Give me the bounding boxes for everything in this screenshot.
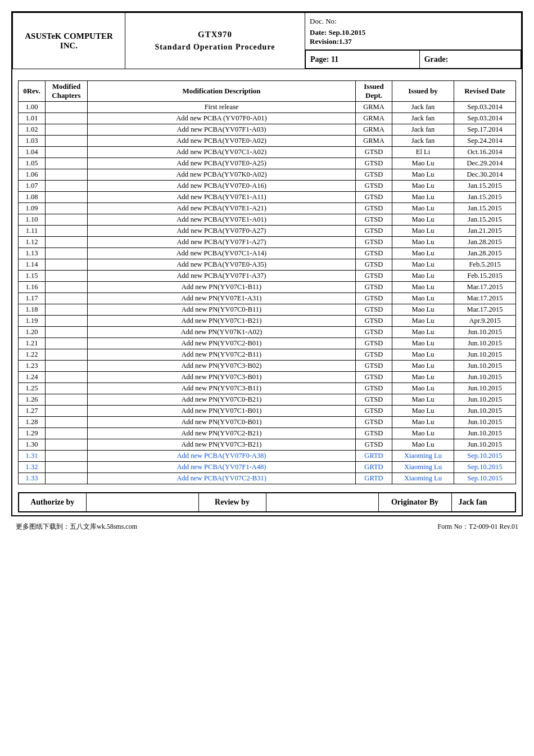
- cell-desc: Add new PN(YV07E1-A31): [88, 293, 356, 304]
- cell-desc: Add new PCBA(YV07E1-A21): [88, 203, 356, 214]
- table-row: 1.24Add new PN(YV07C3-B01)GTSDMao LuJun.…: [19, 372, 516, 383]
- date-label: Date: Sep.10.2015: [310, 28, 517, 37]
- doc-no-label: Doc. No:: [310, 17, 517, 26]
- cell-modified: [46, 259, 88, 271]
- cell-by: El Li: [392, 147, 454, 158]
- cell-desc: Add new PCBA(YV07E0-A25): [88, 158, 356, 169]
- cell-by: Mao Lu: [392, 226, 454, 237]
- cell-rev: 1.12: [19, 237, 46, 248]
- table-row: 1.06Add new PCBA(YV07K0-A02)GTSDMao LuDe…: [19, 169, 516, 181]
- cell-rev: 1.02: [19, 124, 46, 136]
- cell-desc: Add new PN(YV07C2-B21): [88, 428, 356, 439]
- cell-modified: [46, 361, 88, 372]
- table-row: 1.01Add new PCBA (YV07F0-A01)GRMAJack fa…: [19, 113, 516, 124]
- cell-rev: 1.16: [19, 282, 46, 293]
- cell-rev: 1.28: [19, 417, 46, 428]
- cell-by: Mao Lu: [392, 259, 454, 271]
- cell-issued: GTSD: [356, 349, 392, 361]
- cell-rev: 1.20: [19, 327, 46, 338]
- cell-issued: GRMA: [356, 102, 392, 113]
- table-row: 1.26Add new PN(YV07C0-B21)GTSDMao LuJun.…: [19, 394, 516, 406]
- cell-date: Jan.28.2015: [454, 248, 516, 259]
- cell-rev: 1.03: [19, 136, 46, 147]
- table-row: 1.30Add new PN(YV07C3-B21)GTSDMao LuJun.…: [19, 439, 516, 451]
- page-grade-cell: Page: 11 Grade:: [305, 50, 522, 69]
- cell-by: Mao Lu: [392, 338, 454, 349]
- cell-rev: 1.17: [19, 293, 46, 304]
- cell-date: Jun.10.2015: [454, 361, 516, 372]
- cell-rev: 1.11: [19, 226, 46, 237]
- cell-issued: GTSD: [356, 316, 392, 327]
- cell-modified: [46, 451, 88, 462]
- cell-rev: 1.21: [19, 338, 46, 349]
- cell-by: Mao Lu: [392, 181, 454, 192]
- cell-rev: 1.13: [19, 248, 46, 259]
- cell-desc: Add new PN(YV07C3-B21): [88, 439, 356, 451]
- cell-issued: GTSD: [356, 169, 392, 181]
- cell-date: Jun.10.2015: [454, 417, 516, 428]
- table-row: 1.16Add new PN(YV07C1-B11)GTSDMao LuMar.…: [19, 282, 516, 293]
- cell-date: Jun.10.2015: [454, 394, 516, 406]
- cell-issued: GTSD: [356, 237, 392, 248]
- cell-desc: Add new PCBA(YV07F1-A48): [88, 462, 356, 473]
- cell-by: Mao Lu: [392, 361, 454, 372]
- cell-by: Mao Lu: [392, 214, 454, 226]
- cell-by: Mao Lu: [392, 428, 454, 439]
- table-row: 1.13Add new PCBA(YV07C1-A14)GTSDMao LuJa…: [19, 248, 516, 259]
- cell-by: Mao Lu: [392, 327, 454, 338]
- col-header-revised-date: Revised Date: [454, 81, 516, 102]
- table-row: 1.02Add new PCBA(YV07F1-A03)GRMAJack fan…: [19, 124, 516, 136]
- cell-modified: [46, 237, 88, 248]
- col-header-rev: 0Rev.: [19, 81, 46, 102]
- cell-modified: [46, 473, 88, 484]
- page-label: Page: 11: [306, 51, 420, 69]
- cell-desc: Add new PCBA(YV07F1-A27): [88, 237, 356, 248]
- cell-desc: Add new PCBA(YV07F1-A37): [88, 271, 356, 282]
- table-row: 1.12Add new PCBA(YV07F1-A27)GTSDMao LuJa…: [19, 237, 516, 248]
- cell-by: Mao Lu: [392, 394, 454, 406]
- cell-date: Jan.15.2015: [454, 181, 516, 192]
- cell-modified: [46, 394, 88, 406]
- cell-modified: [46, 102, 88, 113]
- cell-date: Dec.30.2014: [454, 169, 516, 181]
- cell-issued: GRTD: [356, 462, 392, 473]
- table-row: 1.00First releaseGRMAJack fanSep.03.2014: [19, 102, 516, 113]
- cell-by: Mao Lu: [392, 316, 454, 327]
- cell-issued: GRMA: [356, 113, 392, 124]
- cell-desc: Add new PCBA(YV07F1-A03): [88, 124, 356, 136]
- table-row: 1.17Add new PN(YV07E1-A31)GTSDMao LuMar.…: [19, 293, 516, 304]
- cell-modified: [46, 428, 88, 439]
- cell-issued: GTSD: [356, 248, 392, 259]
- cell-modified: [46, 406, 88, 417]
- cell-modified: [46, 214, 88, 226]
- cell-rev: 1.33: [19, 473, 46, 484]
- table-row: 1.05Add new PCBA(YV07E0-A25)GTSDMao LuDe…: [19, 158, 516, 169]
- table-row: 1.18Add new PN(YV07C0-B11)GTSDMao LuMar.…: [19, 304, 516, 316]
- cell-desc: Add new PCBA(YV07E1-A11): [88, 192, 356, 203]
- cell-desc: Add new PN(YV07C0-B01): [88, 417, 356, 428]
- cell-by: Jack fan: [392, 124, 454, 136]
- cell-modified: [46, 192, 88, 203]
- table-row: 1.27Add new PN(YV07C1-B01)GTSDMao LuJun.…: [19, 406, 516, 417]
- cell-by: Mao Lu: [392, 304, 454, 316]
- cell-by: Mao Lu: [392, 372, 454, 383]
- footer-right: Form No：T2-009-01 Rev.01: [437, 522, 518, 532]
- cell-desc: Add new PCBA(YV07F0-A38): [88, 451, 356, 462]
- title-line1: GTX970: [130, 30, 300, 39]
- cell-desc: Add new PCBA(YV07C1-A02): [88, 147, 356, 158]
- cell-by: Jack fan: [392, 113, 454, 124]
- cell-date: Feb.5.2015: [454, 259, 516, 271]
- cell-modified: [46, 181, 88, 192]
- cell-date: Sep.03.2014: [454, 102, 516, 113]
- cell-rev: 1.22: [19, 349, 46, 361]
- cell-by: Xiaoming Lu: [392, 473, 454, 484]
- cell-by: Mao Lu: [392, 439, 454, 451]
- cell-modified: [46, 417, 88, 428]
- cell-issued: GTSD: [356, 338, 392, 349]
- table-row: 1.10Add new PCBA(YV07E1-A01)GTSDMao LuJa…: [19, 214, 516, 226]
- originator-by-value: Jack fan: [451, 493, 515, 512]
- cell-modified: [46, 271, 88, 282]
- cell-modified: [46, 124, 88, 136]
- cell-issued: GTSD: [356, 372, 392, 383]
- cell-modified: [46, 248, 88, 259]
